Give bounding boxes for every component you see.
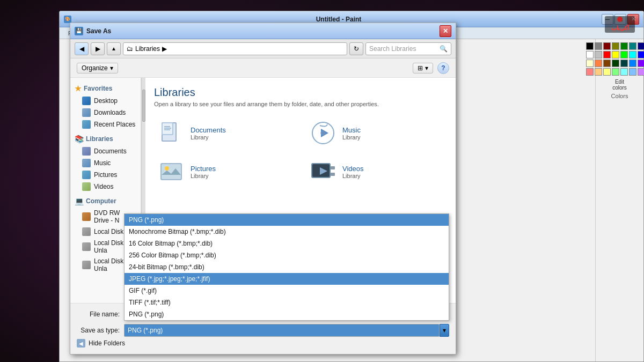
color-swatch[interactable] xyxy=(595,68,602,76)
library-item-pictures[interactable]: Pictures Library xyxy=(154,154,295,189)
organize-label: Organize xyxy=(82,64,108,72)
svg-rect-19 xyxy=(331,173,335,176)
computer-label: Computer xyxy=(86,197,116,205)
library-videos-icon xyxy=(310,159,336,184)
sidebar-item-recent[interactable]: Recent Places xyxy=(70,119,141,130)
refresh-button[interactable]: ↻ xyxy=(349,42,363,55)
svg-rect-6 xyxy=(163,123,172,134)
sidebar-item-videos[interactable]: Videos xyxy=(70,181,141,193)
color-swatch[interactable] xyxy=(620,60,628,67)
downloads-label: Downloads xyxy=(94,109,126,116)
dropdown-item[interactable]: GIF (*.gif) xyxy=(125,285,449,297)
color-swatch[interactable] xyxy=(612,68,619,76)
color-swatch[interactable] xyxy=(586,42,594,50)
library-pics-info: Pictures Library xyxy=(191,165,216,179)
dropdown-item[interactable]: 24-bit Bitmap (*.bmp;*.dib) xyxy=(125,261,449,273)
paint-icon: 🎨 xyxy=(64,16,71,23)
color-swatch[interactable] xyxy=(620,51,628,58)
library-docs-icon xyxy=(158,120,184,146)
library-docs-info: Documents Library xyxy=(191,126,226,141)
filetype-dropdown[interactable]: PNG (*.png)Monochrome Bitmap (*.bmp;*.di… xyxy=(124,213,449,321)
desktop-label: Desktop xyxy=(94,97,118,105)
library-docs-type: Library xyxy=(191,134,226,141)
sidebar-item-pictures[interactable]: Pictures xyxy=(70,169,141,181)
filetype-container: PNG (*.png)Monochrome Bitmap (*.bmp;*.di… xyxy=(77,308,449,337)
library-item-music[interactable]: Music Library xyxy=(306,116,447,150)
color-swatch[interactable] xyxy=(620,68,628,76)
color-swatch[interactable] xyxy=(603,68,611,76)
breadcrumb[interactable]: 🗂 Libraries ▶ xyxy=(123,42,347,55)
filetype-select[interactable]: PNG (*.png) xyxy=(124,324,440,337)
hide-folders-label: Hide Folders xyxy=(89,339,125,347)
color-swatch[interactable] xyxy=(629,51,636,58)
sidebar-item-documents[interactable]: Documents xyxy=(70,145,141,157)
sidebar-item-downloads[interactable]: Downloads xyxy=(70,107,141,119)
color-swatch[interactable] xyxy=(595,42,602,50)
dropdown-item[interactable]: 256 Color Bitmap (*.bmp;*.dib) xyxy=(125,249,449,261)
color-swatch[interactable] xyxy=(603,42,611,50)
edit-colors-button[interactable]: Edit colors xyxy=(612,79,627,91)
sidebar-item-music[interactable]: Music xyxy=(70,157,141,169)
breadcrumb-folder-icon: 🗂 xyxy=(127,45,133,53)
hide-folders-row[interactable]: ◀ Hide Folders xyxy=(77,337,449,350)
dropdown-item[interactable]: Monochrome Bitmap (*.bmp;*.dib) xyxy=(125,226,449,238)
library-pics-type: Library xyxy=(191,173,216,179)
favorites-section: ★ Favorites Desktop Downloads Recent Pla… xyxy=(70,82,141,130)
favorites-header[interactable]: ★ Favorites xyxy=(70,82,141,95)
content-toolbar: Organize ▾ ⊞ ▾ ? xyxy=(70,58,456,78)
back-button[interactable]: ◀ xyxy=(75,42,89,55)
videos-icon xyxy=(82,182,91,191)
color-swatch[interactable] xyxy=(603,51,611,58)
recent-icon xyxy=(82,120,91,129)
dropdown-item[interactable]: TIFF (*.tif;*.tiff) xyxy=(125,297,449,308)
color-swatch[interactable] xyxy=(638,51,645,58)
library-videos-type: Library xyxy=(342,173,364,179)
downloads-icon xyxy=(82,108,91,117)
filetype-dropdown-arrow[interactable]: ▾ xyxy=(440,324,449,337)
color-swatch[interactable] xyxy=(595,60,602,67)
forward-button[interactable]: ▶ xyxy=(91,42,105,55)
color-swatch[interactable] xyxy=(612,51,619,58)
color-swatch[interactable] xyxy=(586,68,594,76)
favorites-label: Favorites xyxy=(84,85,112,92)
color-swatch[interactable] xyxy=(620,42,628,50)
search-icon: 🔍 xyxy=(440,45,448,53)
libraries-header[interactable]: 📚 Libraries xyxy=(70,132,141,145)
filetype-row: Save as type: PNG (*.png) ▾ xyxy=(77,324,449,337)
help-button[interactable]: ? xyxy=(437,62,449,74)
color-swatch[interactable] xyxy=(629,42,636,50)
organize-button[interactable]: Organize ▾ xyxy=(77,63,118,73)
scrollbar-thumb[interactable] xyxy=(142,90,145,122)
dropdown-item[interactable]: JPEG (*.jpg;*.jpeg;*.jpe;*.jfif) xyxy=(125,273,449,285)
computer-header[interactable]: 💻 Computer xyxy=(70,195,141,208)
dialog-title-icon: 💾 xyxy=(75,27,83,35)
library-videos-name: Videos xyxy=(342,165,364,173)
dropdown-item[interactable]: PNG (*.png) xyxy=(125,214,449,226)
sidebar-item-desktop[interactable]: Desktop xyxy=(70,95,141,107)
color-swatch[interactable] xyxy=(638,60,645,67)
color-swatch[interactable] xyxy=(586,60,594,67)
color-swatch[interactable] xyxy=(612,42,619,50)
dialog-close-button[interactable]: ✕ xyxy=(440,25,451,37)
color-swatch[interactable] xyxy=(638,68,645,76)
library-pics-name: Pictures xyxy=(191,165,216,173)
view-button[interactable]: ⊞ ▾ xyxy=(413,63,433,73)
color-swatch[interactable] xyxy=(603,60,611,67)
localdisk-label: Local Disk xyxy=(94,228,123,235)
color-swatch[interactable] xyxy=(595,51,602,58)
library-item-videos[interactable]: Videos Library xyxy=(306,154,447,189)
library-item-documents[interactable]: Documents Library xyxy=(154,116,295,150)
dropdown-item[interactable]: PNG (*.png) xyxy=(125,308,449,320)
videos-label: Videos xyxy=(94,183,113,190)
color-swatch[interactable] xyxy=(638,42,645,50)
dropdown-item[interactable]: 16 Color Bitmap (*.bmp;*.dib) xyxy=(125,238,449,249)
svg-point-14 xyxy=(165,166,169,171)
color-swatch[interactable] xyxy=(629,60,636,67)
documents-icon xyxy=(82,147,91,156)
hide-folders-icon: ◀ xyxy=(77,339,85,348)
color-swatch[interactable] xyxy=(612,60,619,67)
up-button[interactable]: ▲ xyxy=(107,42,121,55)
search-bar[interactable]: Search Libraries 🔍 xyxy=(365,42,451,55)
color-swatch[interactable] xyxy=(586,51,594,58)
color-swatch[interactable] xyxy=(629,68,636,76)
